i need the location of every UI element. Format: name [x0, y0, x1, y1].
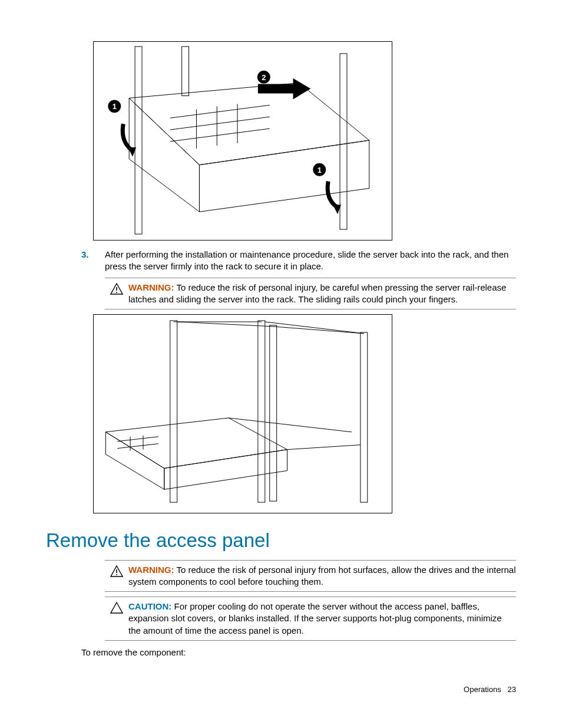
svg-rect-26	[361, 332, 368, 502]
caution-icon	[105, 601, 128, 637]
server-diagram-1: 2 1 1	[94, 42, 392, 240]
svg-rect-23	[170, 321, 177, 502]
svg-line-37	[117, 444, 158, 449]
svg-line-30	[265, 322, 364, 334]
svg-rect-1	[182, 47, 189, 96]
svg-text:1: 1	[113, 102, 117, 111]
page-footer: Operations 23	[464, 684, 516, 695]
svg-line-35	[287, 445, 361, 450]
svg-marker-3	[129, 83, 369, 165]
svg-line-34	[229, 418, 352, 432]
svg-rect-2	[340, 54, 347, 229]
footer-page-number: 23	[508, 685, 516, 694]
svg-marker-4	[129, 98, 199, 212]
warning-body: WARNING: To reduce the risk of personal …	[128, 282, 516, 306]
step-number: 3.	[81, 249, 105, 273]
warning-pinch-fingers: WARNING: To reduce the risk of personal …	[105, 278, 516, 310]
svg-marker-32	[105, 432, 164, 489]
warning-body: WARNING: To reduce the risk of personal …	[128, 564, 516, 588]
svg-point-22	[116, 292, 117, 293]
svg-text:2: 2	[262, 73, 266, 82]
svg-line-8	[170, 129, 270, 141]
svg-line-36	[117, 437, 158, 442]
warning-text: To reduce the risk of personal injury fr…	[128, 565, 516, 587]
svg-line-29	[177, 322, 273, 327]
footer-section: Operations	[464, 685, 501, 694]
svg-rect-0	[135, 47, 142, 234]
warning-label: WARNING:	[128, 282, 174, 292]
warning-label: WARNING:	[128, 565, 174, 575]
server-diagram-2	[94, 315, 392, 513]
caution-text: For proper cooling do not operate the se…	[128, 601, 502, 635]
caution-label: CAUTION:	[128, 601, 171, 611]
svg-line-6	[170, 105, 270, 118]
intro-text: To remove the component:	[81, 647, 516, 658]
heading-remove-access-panel: Remove the access panel	[46, 528, 516, 554]
svg-rect-25	[270, 325, 277, 501]
warning-icon	[105, 564, 128, 588]
step-text: After performing the installation or mai…	[105, 249, 516, 273]
step-3: 3. After performing the installation or …	[81, 249, 516, 273]
warning-hot-surfaces: WARNING: To reduce the risk of personal …	[105, 560, 516, 592]
figure-server-extend: 2 1 1	[93, 41, 392, 241]
figure-server-insert	[93, 314, 392, 513]
svg-text:1: 1	[318, 166, 322, 174]
svg-marker-33	[164, 450, 287, 490]
warning-icon	[105, 282, 128, 306]
svg-line-28	[273, 327, 364, 334]
svg-line-7	[170, 117, 270, 130]
svg-marker-5	[199, 140, 369, 212]
caution-cooling: CAUTION: For proper cooling do not opera…	[105, 597, 516, 641]
warning-text: To reduce the risk of personal injury, b…	[128, 282, 506, 304]
svg-marker-31	[105, 418, 287, 468]
caution-body: CAUTION: For proper cooling do not opera…	[128, 601, 516, 637]
svg-point-41	[116, 574, 117, 575]
